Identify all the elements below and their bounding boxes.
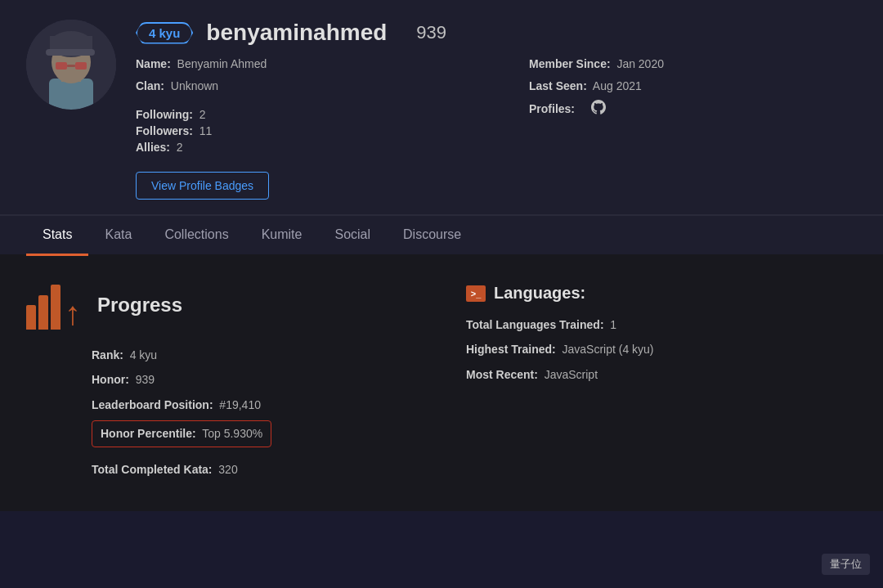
- avatar: [26, 20, 116, 110]
- github-icon[interactable]: [591, 100, 606, 117]
- name-value: Benyamin Ahmed: [177, 57, 267, 70]
- following-value: 2: [199, 108, 206, 121]
- following-label: Following:: [136, 108, 193, 121]
- last-seen-value: Aug 2021: [593, 79, 642, 92]
- profile-info: 4 kyu benyaminahmed 939 Name: Benyamin A…: [136, 20, 857, 214]
- tabs-container: Stats Kata Collections Kumite Social Dis…: [0, 216, 883, 254]
- svg-rect-8: [75, 62, 87, 70]
- bar-3: [51, 285, 61, 330]
- name-label: Name:: [136, 57, 171, 70]
- progress-section: ↑ Progress Rank: 4 kyu Honor: 939 Leader…: [26, 281, 417, 485]
- followers-label: Followers:: [136, 124, 193, 137]
- honor-points: 939: [416, 22, 446, 43]
- tab-kumite[interactable]: Kumite: [245, 216, 319, 256]
- terminal-icon: >_: [466, 285, 486, 302]
- profiles-label: Profiles:: [529, 102, 575, 115]
- percentile-row: Honor Percentile: Top 5.930%: [92, 420, 271, 447]
- tab-collections[interactable]: Collections: [148, 216, 244, 256]
- social-stats: Following: 2 Followers: 11 Allies: 2: [136, 108, 464, 154]
- rank-badge: 4 kyu: [136, 22, 193, 44]
- main-content: ↑ Progress Rank: 4 kyu Honor: 939 Leader…: [0, 254, 883, 511]
- rank-row: Rank: 4 kyu: [92, 346, 417, 364]
- svg-rect-5: [50, 36, 92, 49]
- kata-row: Total Completed Kata: 320: [92, 460, 417, 478]
- view-badges-button[interactable]: View Profile Badges: [136, 172, 269, 200]
- last-seen-row: Last Seen: Aug 2021: [529, 78, 857, 95]
- followers-value: 11: [199, 124, 213, 137]
- leaderboard-label: Leaderboard Position:: [92, 398, 213, 411]
- profile-left-details: Name: Benyamin Ahmed Clan: Unknown Follo…: [136, 56, 464, 157]
- clan-row: Clan: Unknown: [136, 78, 464, 95]
- highest-label: Highest Trained:: [466, 343, 556, 356]
- rank-value: 4 kyu: [130, 348, 157, 361]
- recent-value: JavaScript: [545, 368, 598, 381]
- progress-title: Progress: [97, 294, 182, 316]
- bar-1: [26, 305, 36, 330]
- member-since-row: Member Since: Jan 2020: [529, 56, 857, 73]
- tab-stats[interactable]: Stats: [26, 216, 88, 256]
- tabs-section: Stats Kata Collections Kumite Social Dis…: [0, 214, 883, 254]
- clan-value: Unknown: [171, 79, 218, 92]
- languages-title: Languages:: [494, 284, 585, 303]
- avatar-container: [26, 20, 116, 110]
- arrow-up-icon: ↑: [65, 297, 81, 330]
- bar-2: [38, 295, 48, 330]
- last-seen-label: Last Seen:: [529, 79, 587, 92]
- svg-rect-6: [46, 49, 95, 56]
- username: benyaminahmed: [206, 20, 387, 46]
- leaderboard-value: #19,410: [219, 398, 261, 411]
- highest-trained-row: Highest Trained: JavaScript (4 kyu): [466, 340, 857, 358]
- profile-header: 4 kyu benyaminahmed 939 Name: Benyamin A…: [26, 20, 857, 214]
- allies-row: Allies: 2: [136, 141, 464, 154]
- member-since-value: Jan 2020: [616, 57, 664, 70]
- profile-right-details: Member Since: Jan 2020 Last Seen: Aug 20…: [529, 56, 857, 157]
- profile-top-row: 4 kyu benyaminahmed 939: [136, 20, 857, 46]
- clan-label: Clan:: [136, 79, 164, 92]
- rank-label: Rank:: [92, 348, 123, 361]
- progress-icon: ↑: [26, 281, 81, 330]
- percentile-value: Top 5.930%: [202, 427, 262, 440]
- kata-label: Total Completed Kata:: [92, 463, 213, 476]
- percentile-label: Honor Percentile:: [101, 427, 196, 440]
- language-details: Total Languages Trained: 1 Highest Train…: [466, 316, 857, 384]
- member-since-label: Member Since:: [529, 57, 611, 70]
- allies-value: 2: [177, 141, 183, 154]
- profile-details: Name: Benyamin Ahmed Clan: Unknown Follo…: [136, 56, 857, 157]
- tab-social[interactable]: Social: [318, 216, 387, 256]
- profiles-row: Profiles:: [529, 100, 857, 117]
- tab-kata[interactable]: Kata: [88, 216, 148, 256]
- svg-rect-7: [56, 62, 67, 70]
- watermark: 量子位: [822, 554, 870, 575]
- languages-header: >_ Languages:: [466, 284, 857, 303]
- recent-label: Most Recent:: [466, 368, 538, 381]
- total-label: Total Languages Trained:: [466, 318, 604, 331]
- honor-label: Honor:: [92, 373, 129, 386]
- progress-header: ↑ Progress: [26, 281, 417, 330]
- avatar-image: [26, 20, 116, 110]
- kata-value: 320: [218, 463, 237, 476]
- honor-row: Honor: 939: [92, 370, 417, 388]
- profile-section: 4 kyu benyaminahmed 939 Name: Benyamin A…: [0, 0, 883, 214]
- tab-discourse[interactable]: Discourse: [387, 216, 477, 256]
- languages-section: >_ Languages: Total Languages Trained: 1…: [466, 281, 857, 485]
- followers-row: Followers: 11: [136, 124, 464, 137]
- highest-value: JavaScript (4 kyu): [562, 343, 653, 356]
- allies-label: Allies:: [136, 141, 170, 154]
- most-recent-row: Most Recent: JavaScript: [466, 366, 857, 384]
- svg-rect-9: [67, 65, 75, 67]
- honor-value: 939: [136, 373, 155, 386]
- total-value: 1: [610, 318, 616, 331]
- following-row: Following: 2: [136, 108, 464, 121]
- name-row: Name: Benyamin Ahmed: [136, 56, 464, 73]
- progress-details: Rank: 4 kyu Honor: 939 Leaderboard Posit…: [92, 346, 417, 478]
- leaderboard-row: Leaderboard Position: #19,410: [92, 396, 417, 414]
- total-languages-row: Total Languages Trained: 1: [466, 316, 857, 334]
